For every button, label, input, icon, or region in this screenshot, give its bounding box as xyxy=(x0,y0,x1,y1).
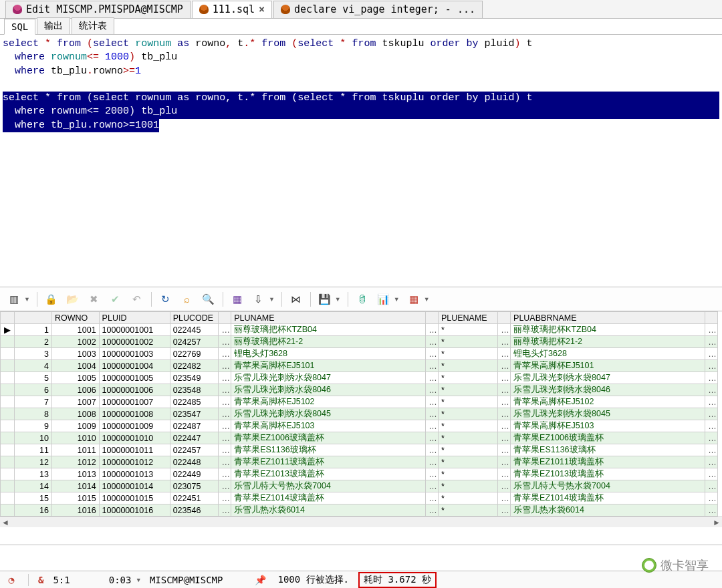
view-record-button[interactable]: ▦ xyxy=(230,292,245,307)
ellipsis-icon[interactable]: … xyxy=(426,384,439,396)
ellipsis-icon[interactable]: … xyxy=(498,468,511,480)
ellipsis-icon[interactable]: … xyxy=(498,324,511,336)
record-button[interactable]: ▦ xyxy=(406,292,421,307)
ellipsis-icon[interactable]: … xyxy=(705,360,718,372)
ellipsis-icon[interactable]: … xyxy=(705,468,718,480)
ellipsis-icon[interactable]: … xyxy=(705,336,718,348)
ellipsis-icon[interactable]: … xyxy=(219,348,231,360)
commit-button[interactable]: ✔ xyxy=(108,292,123,307)
ellipsis-icon[interactable]: … xyxy=(705,456,718,468)
ellipsis-icon[interactable]: … xyxy=(498,444,511,456)
table-row[interactable]: 9100910000001009022487…青苹果高脚杯EJ5103…*…青苹… xyxy=(1,420,718,432)
export-button[interactable]: ⇩ xyxy=(251,292,266,307)
ellipsis-icon[interactable]: … xyxy=(498,372,511,384)
h-scrollbar[interactable]: ◄ ► xyxy=(0,517,722,527)
open-button[interactable]: 📂 xyxy=(66,292,80,307)
dropdown-icon[interactable]: ▼ xyxy=(24,296,30,303)
ellipsis-icon[interactable]: … xyxy=(426,324,439,336)
delete-button[interactable]: ✖ xyxy=(87,292,102,307)
scroll-right-icon[interactable]: ► xyxy=(713,518,721,527)
col-header-pluid[interactable]: PLUID xyxy=(99,312,170,324)
sub-tab-stats[interactable]: 统计表 xyxy=(72,17,114,34)
table-row[interactable]: 14101410000001014023075…乐雪儿特大号热水袋7004…*…… xyxy=(1,480,718,492)
ellipsis-icon[interactable]: … xyxy=(705,372,718,384)
ellipsis-icon[interactable]: … xyxy=(498,360,511,372)
ellipsis-icon[interactable]: … xyxy=(219,456,231,468)
ellipsis-icon[interactable]: … xyxy=(426,408,439,420)
ellipsis-icon[interactable]: … xyxy=(219,492,231,504)
ellipsis-icon[interactable]: … xyxy=(426,336,439,348)
ellipsis-icon[interactable]: … xyxy=(498,408,511,420)
sub-tab-sql[interactable]: SQL xyxy=(4,19,35,35)
table-row[interactable]: 6100610000001006023548…乐雪儿珠光刺绣水袋8046…*…乐… xyxy=(1,384,718,396)
result-grid[interactable]: ROWNO PLUID PLUCODE PLUNAME PLUENAME PLU… xyxy=(0,311,718,517)
ellipsis-icon[interactable]: … xyxy=(426,396,439,408)
ellipsis-icon[interactable]: … xyxy=(498,456,511,468)
table-row[interactable]: 2100210000001002024257…丽尊玻璃把杯21-2…*…丽尊玻璃… xyxy=(1,336,718,348)
ellipsis-icon[interactable]: … xyxy=(219,432,231,444)
find-button[interactable]: 🔍 xyxy=(201,292,216,307)
ellipsis-icon[interactable]: … xyxy=(498,384,511,396)
ellipsis-icon[interactable]: … xyxy=(219,360,231,372)
ellipsis-icon[interactable]: … xyxy=(705,444,718,456)
ellipsis-icon[interactable]: … xyxy=(498,480,511,492)
ellipsis-icon[interactable]: … xyxy=(219,504,231,517)
filter-button[interactable]: ⌕ xyxy=(180,292,195,307)
ellipsis-icon[interactable]: … xyxy=(705,432,718,444)
file-tab-111sql[interactable]: 111.sql × xyxy=(192,1,272,18)
ellipsis-icon[interactable]: … xyxy=(426,504,439,517)
ellipsis-icon[interactable]: … xyxy=(219,396,231,408)
dropdown-icon[interactable]: ▼ xyxy=(424,296,430,303)
ellipsis-icon[interactable]: … xyxy=(426,348,439,360)
ellipsis-icon[interactable]: … xyxy=(219,420,231,432)
col-header-pluname[interactable]: PLUNAME xyxy=(231,312,426,324)
chart-button[interactable]: 📊 xyxy=(376,292,391,307)
table-row[interactable]: 12101210000001012022448…青苹果EZ1011玻璃盖杯…*…… xyxy=(1,456,718,468)
lock-button[interactable]: 🔒 xyxy=(44,292,59,307)
ellipsis-icon[interactable]: … xyxy=(426,456,439,468)
ellipsis-icon[interactable]: … xyxy=(426,432,439,444)
ellipsis-icon[interactable]: … xyxy=(705,492,718,504)
link-button[interactable]: ⋈ xyxy=(289,292,304,307)
ellipsis-icon[interactable]: … xyxy=(219,480,231,492)
ellipsis-icon[interactable]: … xyxy=(426,492,439,504)
ellipsis-icon[interactable]: … xyxy=(498,396,511,408)
ellipsis-icon[interactable]: … xyxy=(426,480,439,492)
table-row[interactable]: 15101510000001015022451…青苹果EZ1014玻璃盖杯…*…… xyxy=(1,492,718,504)
col-header-plucode[interactable]: PLUCODE xyxy=(170,312,219,324)
undo-button[interactable]: ↶ xyxy=(130,292,144,307)
ellipsis-icon[interactable]: … xyxy=(705,384,718,396)
table-row[interactable]: 5100510000001005023549…乐雪儿珠光刺绣水袋8047…*…乐… xyxy=(1,372,718,384)
ellipsis-icon[interactable]: … xyxy=(705,480,718,492)
dropdown-icon[interactable]: ▼ xyxy=(136,577,140,583)
ellipsis-icon[interactable]: … xyxy=(705,324,718,336)
col-header-rowno[interactable]: ROWNO xyxy=(51,312,99,324)
sql-editor[interactable]: select * from (select rownum as rowno, t… xyxy=(0,35,722,287)
ellipsis-icon[interactable]: … xyxy=(426,468,439,480)
table-row[interactable]: 4100410000001004022482…青苹果高脚杯EJ5101…*…青苹… xyxy=(1,360,718,372)
save-button[interactable]: 💾 xyxy=(318,292,332,307)
file-tab-edit-miscmp[interactable]: Edit MISCMP.PMISPDA@MISCMP xyxy=(5,1,191,18)
ellipsis-icon[interactable]: … xyxy=(705,396,718,408)
ellipsis-icon[interactable]: … xyxy=(426,420,439,432)
file-tab-declare[interactable]: declare vi_page integer; - ... xyxy=(273,1,483,18)
refresh-button[interactable]: ↻ xyxy=(158,292,173,307)
table-row[interactable]: 11101110000001011022457…青苹果ES1136玻璃杯…*…青… xyxy=(1,444,718,456)
dropdown-icon[interactable]: ▼ xyxy=(394,296,400,303)
ellipsis-icon[interactable]: … xyxy=(426,360,439,372)
ellipsis-icon[interactable]: … xyxy=(219,444,231,456)
ellipsis-icon[interactable]: … xyxy=(498,348,511,360)
dropdown-icon[interactable]: ▼ xyxy=(335,296,341,303)
ellipsis-icon[interactable]: … xyxy=(705,504,718,517)
ellipsis-icon[interactable]: … xyxy=(219,324,231,336)
ellipsis-icon[interactable]: … xyxy=(498,432,511,444)
col-header-pluename[interactable]: PLUENAME xyxy=(438,312,497,324)
ellipsis-icon[interactable]: … xyxy=(498,336,511,348)
dropdown-icon[interactable]: ▼ xyxy=(269,296,275,303)
scroll-left-icon[interactable]: ◄ xyxy=(1,518,9,527)
ellipsis-icon[interactable]: … xyxy=(498,504,511,517)
grid-mode-button[interactable]: ▥ xyxy=(7,292,21,307)
row-marker-header[interactable] xyxy=(1,312,15,324)
ellipsis-icon[interactable]: … xyxy=(219,336,231,348)
ellipsis-icon[interactable]: … xyxy=(705,408,718,420)
